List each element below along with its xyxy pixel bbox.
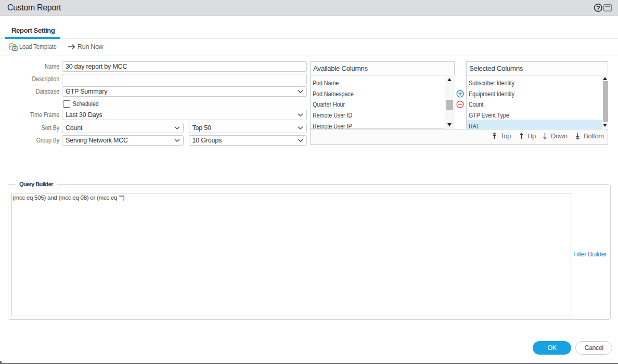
svg-text:?: ? — [596, 5, 600, 12]
